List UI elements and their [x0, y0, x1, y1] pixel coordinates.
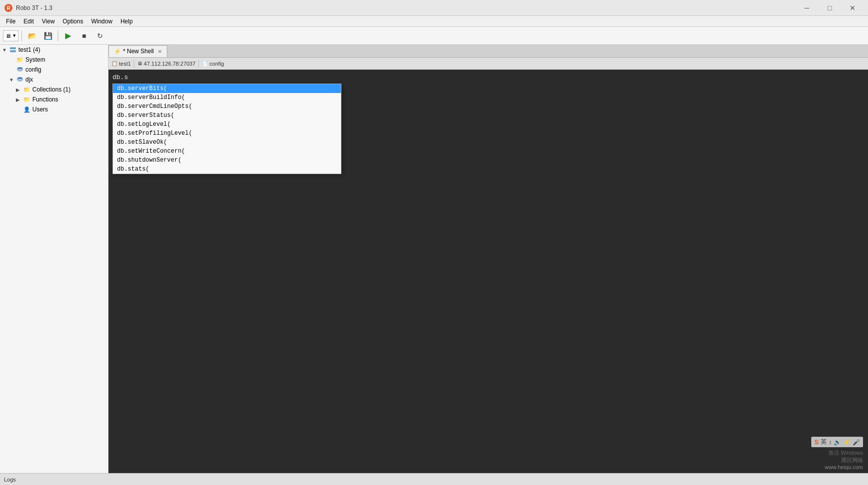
tab-new-shell[interactable]: ⚡ * New Shell ✕	[108, 45, 167, 57]
sidebar-item-test1[interactable]: ▼ test1 (4)	[0, 45, 108, 55]
maximize-button[interactable]: □	[818, 0, 841, 16]
sidebar: ▼ test1 (4) 📁 System	[0, 45, 108, 473]
save-button[interactable]: 💾	[41, 29, 55, 43]
watermark-line3: www.heiqu.com	[825, 464, 863, 470]
autocomplete-item-4[interactable]: db.setLogLevel(	[113, 120, 341, 129]
db-selector[interactable]: 📋 test1	[111, 61, 131, 67]
minimize-button[interactable]: ─	[795, 0, 818, 16]
autocomplete-item-3[interactable]: db.serverStatus(	[113, 111, 341, 120]
sys-tray: S 英 ↕ 🔊 ⚡ 🎤	[811, 437, 863, 447]
query-toolbar: 📋 test1 🖥 47.112.126.78:27037 📄 config	[108, 58, 868, 70]
status-bar: Logs	[0, 473, 868, 485]
autocomplete-item-8[interactable]: db.shutdownServer(	[113, 156, 341, 165]
svg-text:R: R	[6, 5, 10, 11]
server-info-icon: 🖥	[137, 61, 142, 66]
dropdown-arrow-icon: ▾	[13, 32, 16, 39]
server-icon	[9, 46, 17, 54]
toolbar: 🖥 ▾ 📂 💾 ▶ ■ ↻	[0, 27, 868, 45]
sidebar-item-users[interactable]: 👤 Users	[0, 104, 108, 114]
autocomplete-item-6[interactable]: db.setSlaveOk(	[113, 138, 341, 147]
autocomplete-dropdown: db.serverBits( db.serverBuildInfo( db.se…	[112, 84, 341, 174]
sidebar-item-collections[interactable]: ▶ 📁 Collections (1)	[0, 85, 108, 95]
autocomplete-item-7[interactable]: db.setWriteConcern(	[113, 147, 341, 156]
folder-closed-icon: 📁	[16, 56, 24, 64]
arrow-down-icon: ▼	[2, 47, 9, 53]
watermark-line1: 激活 Windows	[825, 449, 863, 457]
server-address: 47.112.126.78:27037	[144, 61, 196, 67]
server-info: 🖥 47.112.126.78:27037	[137, 61, 196, 67]
config-label: config	[25, 66, 41, 73]
watermark-line2: 黑区网络	[825, 457, 863, 464]
db-icon: 📋	[111, 61, 117, 66]
status-logs-label: Logs	[4, 477, 16, 483]
autocomplete-item-0[interactable]: db.serverBits(	[113, 84, 341, 93]
collection-name: config	[210, 61, 224, 67]
arrow-right-functions-icon: ▶	[16, 97, 23, 102]
menu-options[interactable]: Options	[59, 17, 87, 26]
server-label: test1 (4)	[18, 46, 40, 53]
tab-bar: ⚡ * New Shell ✕	[108, 45, 868, 58]
svg-point-7	[17, 77, 22, 79]
collection-icon: 📄	[202, 61, 208, 66]
collections-label: Collections (1)	[32, 86, 71, 93]
autocomplete-item-1[interactable]: db.serverBuildInfo(	[113, 93, 341, 102]
database-djx-icon	[16, 76, 24, 84]
close-button[interactable]: ✕	[841, 0, 864, 16]
network-icon: ↕	[829, 439, 832, 446]
autocomplete-item-9[interactable]: db.stats(	[113, 165, 341, 174]
users-icon: 👤	[23, 105, 31, 113]
stop-button[interactable]: ■	[77, 29, 91, 43]
save-icon: 💾	[44, 32, 52, 40]
database-icon	[16, 66, 24, 74]
tab-label: * New Shell	[123, 48, 154, 55]
toolbar-separator-1	[21, 30, 22, 41]
run-button[interactable]: ▶	[61, 29, 75, 43]
menu-edit[interactable]: Edit	[19, 17, 38, 26]
app-logo-icon: R	[4, 3, 13, 12]
editor-area: db.s db.serverBits( db.serverBuildInfo( …	[108, 70, 868, 473]
collection-selector[interactable]: 📄 config	[202, 61, 224, 67]
svg-point-4	[14, 48, 15, 49]
autocomplete-item-5[interactable]: db.setProfilingLevel(	[113, 129, 341, 138]
mic-icon: 🎤	[853, 439, 860, 446]
new-connection-dropdown[interactable]: 🖥 ▾	[3, 30, 18, 41]
autocomplete-item-2[interactable]: db.serverCmdLineOpts(	[113, 102, 341, 111]
menu-view[interactable]: View	[38, 17, 59, 26]
watermark-text: 激活 Windows 黑区网络 www.heiqu.com	[825, 449, 863, 470]
watermark: S 英 ↕ 🔊 ⚡ 🎤 激活 Windows 黑区网络 www.heiqu.co…	[811, 437, 863, 470]
query-sep-1	[134, 60, 134, 68]
title-controls: ─ □ ✕	[795, 0, 864, 16]
power-icon: ⚡	[843, 439, 851, 446]
menu-file[interactable]: File	[2, 17, 19, 26]
system-label: System	[25, 56, 45, 63]
open-file-button[interactable]: 📂	[25, 29, 39, 43]
title-bar: R Robo 3T - 1.3 ─ □ ✕	[0, 0, 868, 16]
arrow-right-collections-icon: ▶	[16, 87, 23, 93]
sidebar-item-config[interactable]: config	[0, 65, 108, 75]
title-left: R Robo 3T - 1.3	[4, 3, 52, 12]
tab-close-button[interactable]: ✕	[158, 49, 162, 54]
ime-label: 英	[821, 438, 827, 446]
menu-bar: File Edit View Options Window Help	[0, 16, 868, 27]
functions-folder-icon: 📁	[23, 96, 31, 103]
menu-window[interactable]: Window	[87, 17, 116, 26]
toolbar-separator-2	[58, 30, 58, 41]
arrow-down-djx-icon: ▼	[9, 77, 16, 83]
content-area: ⚡ * New Shell ✕ 📋 test1 🖥 47.112.126.78:…	[108, 45, 868, 473]
collections-folder-icon: 📁	[23, 86, 31, 94]
users-label: Users	[32, 106, 48, 113]
monitor-icon: 🖥	[5, 33, 11, 39]
sidebar-item-functions[interactable]: ▶ 📁 Functions	[0, 95, 108, 104]
sidebar-item-djx[interactable]: ▼ djx	[0, 75, 108, 85]
app-title: Robo 3T - 1.3	[16, 4, 52, 11]
functions-label: Functions	[32, 96, 58, 103]
svg-point-6	[17, 67, 22, 69]
main-area: ▼ test1 (4) 📁 System	[0, 45, 868, 473]
query-sep-2	[199, 60, 199, 68]
sidebar-item-system[interactable]: 📁 System	[0, 55, 108, 65]
volume-icon: 🔊	[834, 439, 841, 446]
shell-icon: ⚡	[114, 48, 121, 55]
ime-s-icon: S	[814, 438, 819, 446]
menu-help[interactable]: Help	[116, 17, 137, 26]
refresh-button[interactable]: ↻	[93, 29, 107, 43]
